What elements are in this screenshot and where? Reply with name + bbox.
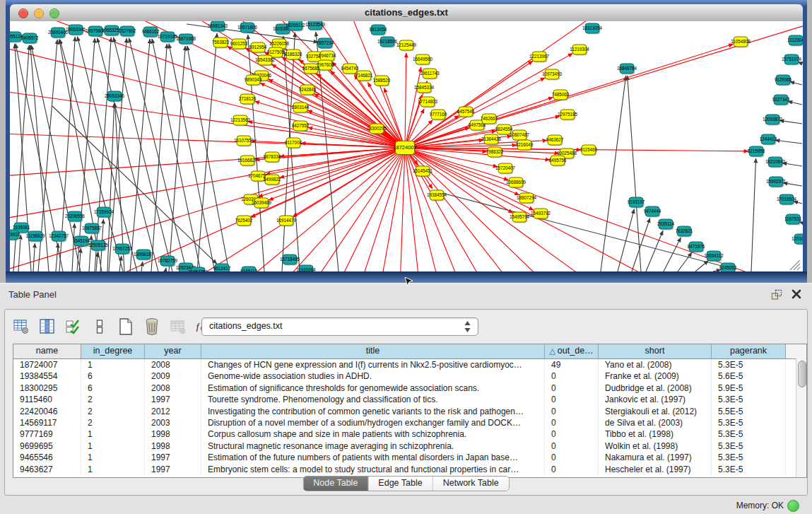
graph-node[interactable]: 17714803 — [418, 97, 438, 108]
table-cell[interactable]: 14569117 — [13, 417, 81, 428]
graph-node[interactable]: 5499822 — [264, 175, 281, 186]
table-row[interactable]: 1872400712008Changes of HCN gene express… — [13, 359, 806, 370]
red-edge[interactable] — [405, 53, 406, 148]
table-cell[interactable]: Hescheler et al. (1997) — [599, 464, 712, 475]
black-edge[interactable] — [283, 36, 300, 271]
table-cell[interactable]: Nakamura et al. (1997) — [599, 452, 712, 463]
red-edge[interactable] — [307, 110, 405, 148]
table-cell[interactable]: 5.3E-5 — [712, 452, 786, 463]
black-edge[interactable] — [96, 252, 98, 271]
graph-node[interactable]: 15718485 — [280, 255, 300, 266]
column-header-pagerank[interactable]: pagerank — [712, 344, 786, 358]
delete-column-icon[interactable] — [143, 317, 161, 336]
table-cell[interactable]: Tibbo et al. (1998) — [599, 428, 712, 440]
table-cell[interactable]: 9115460 — [13, 394, 81, 405]
table-cell[interactable]: Estimation of significance thresholds fo… — [201, 382, 545, 394]
graph-node[interactable]: 8912954 — [249, 42, 267, 54]
graph-node[interactable]: 8471676 — [688, 242, 705, 253]
select-all-columns-icon[interactable] — [64, 317, 83, 336]
table-cell[interactable]: 9463627 — [13, 464, 81, 475]
black-edge[interactable] — [782, 163, 802, 166]
delete-table-icon[interactable] — [169, 317, 187, 336]
table-cell[interactable]: Embryonic stem cells: a model to study s… — [201, 464, 545, 475]
graph-node[interactable]: 10688609 — [506, 177, 526, 189]
table-cell[interactable]: 2009 — [145, 370, 201, 382]
black-edge[interactable] — [33, 243, 35, 271]
red-edge[interactable] — [10, 148, 405, 271]
table-cell[interactable]: 2 — [81, 417, 145, 428]
table-cell[interactable]: Disruption of a novel member of a sodium… — [201, 417, 545, 428]
graph-node[interactable]: 9777169 — [430, 110, 447, 121]
table-cell[interactable]: Dudbridge et al. (2008) — [599, 382, 712, 394]
table-cell[interactable]: Genome-wide association studies in ADHD. — [201, 370, 545, 382]
graph-node[interactable]: 17359924 — [94, 207, 114, 218]
graph-node[interactable]: 8427552 — [292, 121, 310, 132]
graph-node[interactable]: 8813054 — [370, 25, 387, 36]
graph-node[interactable]: 7563822 — [212, 37, 230, 49]
graph-node[interactable]: 11054808 — [731, 37, 751, 48]
table-row[interactable]: 1456911722003Disruption of a novel membe… — [13, 417, 806, 428]
graph-node[interactable]: 9245052 — [719, 263, 737, 271]
table-cell[interactable]: Estimation of the future numbers of pati… — [201, 452, 545, 463]
graph-node[interactable]: 19571806 — [237, 23, 258, 34]
graph-node[interactable]: 1112304 — [787, 35, 803, 47]
table-cell[interactable]: 22420046 — [13, 406, 81, 417]
graph-node[interactable]: 1167531 — [784, 214, 802, 226]
table-cell[interactable]: 0 — [545, 406, 599, 417]
graph-node[interactable]: 12505135 — [88, 240, 109, 252]
graph-node[interactable]: 13958187 — [134, 250, 154, 261]
graph-node[interactable]: 15720407 — [495, 163, 516, 175]
table-cell[interactable]: 1 — [81, 452, 145, 463]
column-header-short[interactable]: short — [599, 344, 712, 358]
graph-node[interactable]: 1527602 — [119, 26, 136, 37]
graph-node[interactable]: 16039489 — [252, 198, 272, 209]
table-row[interactable]: 2242004622012Investigating the contribut… — [13, 406, 806, 417]
graph-node[interactable]: 19384554 — [427, 190, 447, 201]
graph-node[interactable]: 19166827 — [237, 156, 258, 167]
graph-node[interactable]: 7986322 — [486, 147, 504, 158]
table-cell[interactable]: 1997 — [145, 452, 201, 463]
graph-node[interactable]: 2718126 — [239, 94, 257, 105]
graph-node[interactable]: 18313054 — [582, 23, 603, 35]
black-edge[interactable] — [151, 44, 167, 271]
graph-node[interactable]: 10973493 — [542, 69, 563, 81]
column-header-name[interactable]: name — [13, 344, 81, 358]
graph-node[interactable]: 10975887 — [82, 223, 102, 235]
table-cell[interactable]: 0 — [545, 382, 599, 394]
black-edge[interactable] — [788, 101, 802, 105]
table-cell[interactable]: 6 — [81, 382, 145, 394]
black-edge[interactable] — [248, 35, 264, 271]
table-row[interactable]: 977716911998Corpus callosum shape and si… — [13, 428, 806, 440]
table-cell[interactable]: Investigating the contribution of common… — [201, 406, 545, 417]
table-cell[interactable]: 9699695 — [13, 440, 81, 452]
table-cell[interactable]: 5.3E-5 — [712, 440, 786, 452]
tab-edge-table[interactable]: Edge Table — [367, 477, 432, 491]
table-cell[interactable]: 0 — [545, 428, 599, 440]
table-cell[interactable]: 9777169 — [13, 428, 81, 440]
tab-node-table[interactable]: Node Table — [303, 477, 367, 491]
table-cell[interactable]: 0 — [545, 440, 599, 452]
black-edge[interactable] — [779, 120, 802, 124]
table-cell[interactable]: 19384554 — [13, 370, 81, 382]
graph-node[interactable]: 9129366 — [775, 75, 792, 86]
table-cell[interactable]: 1 — [81, 359, 145, 370]
table-cell[interactable]: Yano et al. (2008) — [599, 359, 712, 370]
black-edge[interactable] — [130, 39, 150, 271]
graph-node[interactable]: 16107554 — [234, 136, 254, 147]
black-edge[interactable] — [72, 223, 74, 271]
table-cell[interactable]: 2008 — [145, 382, 201, 394]
table-cell[interactable]: Jankovic et al. (1997) — [599, 394, 712, 405]
graph-node[interactable]: 10719185 — [158, 32, 178, 43]
table-cell[interactable]: Franke et al. (2009) — [599, 370, 712, 382]
table-cell[interactable]: 1 — [81, 428, 145, 440]
graph-node[interactable]: 16848784 — [617, 64, 637, 75]
black-edge[interactable] — [98, 38, 158, 271]
graph-node[interactable]: 9117004 — [285, 138, 302, 149]
table-selector-dropdown[interactable]: citations_edges.txt — [201, 317, 478, 336]
graph-node[interactable]: 15493792 — [531, 209, 551, 220]
table-cell[interactable]: 1998 — [145, 440, 201, 452]
table-settings-icon[interactable] — [12, 317, 30, 336]
table-cell[interactable]: 5.3E-5 — [712, 394, 786, 405]
table-cell[interactable]: 5.3E-5 — [712, 359, 786, 370]
graph-node[interactable]: 9890343 — [245, 75, 262, 86]
